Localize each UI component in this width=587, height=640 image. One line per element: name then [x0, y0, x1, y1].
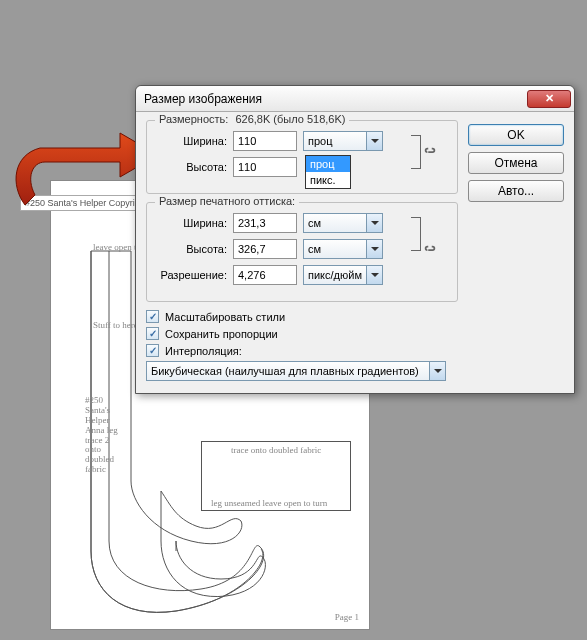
- print-height-input[interactable]: [233, 239, 297, 259]
- pixel-height-label: Высота:: [155, 161, 227, 173]
- resample-label: Интерполяция:: [165, 345, 242, 357]
- dialog-title: Размер изображения: [144, 92, 527, 106]
- dimensions-info: 626,8K (было 518,6K): [235, 113, 345, 125]
- resample-checkbox[interactable]: [146, 344, 159, 357]
- pixel-width-unit-value: проц: [308, 135, 333, 147]
- interpolation-value: Бикубическая (наилучшая для плавных град…: [151, 365, 419, 377]
- pixel-width-input[interactable]: [233, 131, 297, 151]
- close-icon: ✕: [545, 92, 554, 105]
- resolution-unit-select[interactable]: пикс/дюйм: [303, 265, 383, 285]
- pixel-width-label: Ширина:: [155, 135, 227, 147]
- print-height-unit-select[interactable]: см: [303, 239, 383, 259]
- print-height-label: Высота:: [155, 243, 227, 255]
- scale-styles-label: Масштабировать стили: [165, 311, 285, 323]
- note-part-label: #250 Santa's Helper Anna leg trace 2 ont…: [85, 396, 125, 475]
- pixel-width-unit-select[interactable]: проц: [303, 131, 383, 151]
- print-width-unit-value: см: [308, 217, 321, 229]
- image-size-dialog: Размер изображения ✕ Размерность: 626,8K…: [135, 85, 575, 394]
- chevron-down-icon: [366, 240, 382, 258]
- pixel-height-input[interactable]: [233, 157, 297, 177]
- scale-styles-checkbox[interactable]: [146, 310, 159, 323]
- note-trace: trace onto doubled fabric: [231, 446, 321, 456]
- unit-option-pixels[interactable]: пикс.: [306, 172, 350, 188]
- dimensions-legend: Размерность:: [159, 113, 228, 125]
- print-size-group: Размер печатного оттиска: Ширина: см Выс…: [146, 202, 458, 302]
- link-bracket-icon: [411, 135, 421, 169]
- note-stuff: Stuff to here: [93, 321, 138, 331]
- resolution-unit-value: пикс/дюйм: [308, 269, 362, 281]
- chevron-down-icon: [366, 266, 382, 284]
- print-legend: Размер печатного оттиска:: [155, 195, 299, 207]
- chevron-down-icon: [366, 214, 382, 232]
- ok-button[interactable]: OK: [468, 124, 564, 146]
- print-width-input[interactable]: [233, 213, 297, 233]
- unit-dropdown: проц пикс.: [305, 155, 351, 189]
- page-number: Page 1: [335, 613, 359, 623]
- resolution-label: Разрешение:: [155, 269, 227, 281]
- constrain-proportions-checkbox[interactable]: [146, 327, 159, 340]
- unit-option-percent[interactable]: проц: [306, 156, 350, 172]
- link-bracket-icon: [411, 217, 421, 251]
- chevron-down-icon: [429, 362, 445, 380]
- chain-icon: [423, 243, 437, 257]
- constrain-proportions-label: Сохранить пропорции: [165, 328, 278, 340]
- auto-button[interactable]: Авто...: [468, 180, 564, 202]
- print-width-label: Ширина:: [155, 217, 227, 229]
- close-button[interactable]: ✕: [527, 90, 571, 108]
- resolution-input[interactable]: [233, 265, 297, 285]
- note-bottom: leg unseamed leave open to turn: [211, 499, 327, 509]
- interpolation-select[interactable]: Бикубическая (наилучшая для плавных град…: [146, 361, 446, 381]
- pixel-dimensions-group: Размерность: 626,8K (было 518,6K) Ширина…: [146, 120, 458, 194]
- print-height-unit-value: см: [308, 243, 321, 255]
- dialog-titlebar[interactable]: Размер изображения ✕: [136, 86, 574, 112]
- print-width-unit-select[interactable]: см: [303, 213, 383, 233]
- cancel-button[interactable]: Отмена: [468, 152, 564, 174]
- chevron-down-icon: [366, 132, 382, 150]
- chain-icon: [423, 145, 437, 159]
